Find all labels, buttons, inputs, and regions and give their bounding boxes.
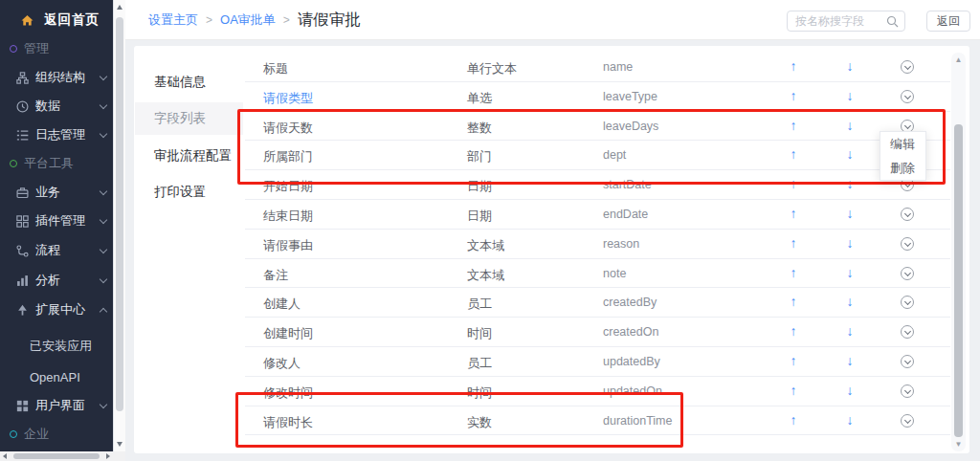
sidebar-item-data[interactable]: 数据 xyxy=(0,97,113,116)
up-arrow-icon[interactable]: ↑ xyxy=(786,323,801,339)
more-circle-icon[interactable] xyxy=(901,90,914,103)
more-circle-icon[interactable] xyxy=(901,208,914,221)
up-arrow-icon[interactable]: ↑ xyxy=(786,383,801,398)
up-arrow-icon[interactable]: ↑ xyxy=(786,265,801,280)
field-type: 整数 xyxy=(467,120,492,137)
up-arrow-icon[interactable]: ↑ xyxy=(786,353,801,368)
down-arrow-icon[interactable]: ↓ xyxy=(842,235,858,251)
field-key: reason xyxy=(603,237,639,251)
sidebar-item-extension-center[interactable]: 扩展中心 xyxy=(0,300,113,319)
table-row-createdBy: 创建人员工createdBy↑↓ xyxy=(245,288,950,318)
more-circle-icon[interactable] xyxy=(901,355,914,368)
sidebar-item-analysis[interactable]: 分析 xyxy=(0,271,113,290)
sidebar-vertical-scrollbar[interactable] xyxy=(113,0,125,451)
breadcrumb: 设置主页>OA审批单>请假审批 xyxy=(148,10,361,31)
sidebar-item-log-management[interactable]: 日志管理 xyxy=(0,125,113,144)
table-row-durationTime: 请假时长实数durationTime↑↓ xyxy=(245,406,950,436)
up-arrow-icon[interactable]: ↑ xyxy=(786,118,801,133)
sidebar-item-user-interface[interactable]: 用户界面 xyxy=(0,396,113,415)
sidebar-item-workflow[interactable]: 流程 xyxy=(0,241,113,260)
more-circle-icon[interactable] xyxy=(901,267,914,280)
field-type: 时间 xyxy=(467,384,492,402)
down-arrow-icon[interactable]: ↓ xyxy=(842,323,858,339)
content-vertical-scrollbar[interactable]: ▲ ▼ xyxy=(951,53,966,451)
breadcrumb-link[interactable]: 设置主页 xyxy=(148,11,198,29)
sidebar-group-enterprise[interactable]: 企业 xyxy=(0,425,113,444)
scroll-left-arrow-icon[interactable] xyxy=(3,453,7,459)
up-arrow-icon[interactable]: ↑ xyxy=(786,58,801,74)
table-row-dept: 所属部门部门dept↑↓ xyxy=(245,141,950,170)
sidebar-item-org-structure[interactable]: 组织结构 xyxy=(0,68,113,87)
up-arrow-icon[interactable]: ↑ xyxy=(786,235,801,251)
field-type: 日期 xyxy=(467,178,492,195)
table-row-endDate: 结束日期日期endDate↑↓ xyxy=(245,200,950,230)
field-search-box xyxy=(787,11,905,32)
more-circle-icon[interactable] xyxy=(901,384,914,398)
field-name: 创建人 xyxy=(263,296,301,313)
up-arrow-icon[interactable]: ↑ xyxy=(786,88,801,103)
up-arrow-icon[interactable]: ↑ xyxy=(786,206,801,221)
more-circle-icon[interactable] xyxy=(901,296,914,309)
search-input[interactable] xyxy=(795,14,889,28)
sidebar-item-label: 扩展中心 xyxy=(35,301,85,318)
field-name: 备注 xyxy=(263,267,288,284)
scroll-up-arrow-icon[interactable] xyxy=(117,5,122,10)
chevron-down-icon xyxy=(100,216,107,224)
tab-basic-info[interactable]: 基础信息 xyxy=(135,66,243,99)
down-arrow-icon[interactable]: ↓ xyxy=(842,383,858,398)
field-key: startDate xyxy=(603,178,652,191)
delete-menu-item[interactable]: 删除 xyxy=(880,156,925,180)
more-circle-icon[interactable] xyxy=(901,414,914,428)
sidebar-hscrollbar-thumb[interactable] xyxy=(13,453,100,459)
sidebar-group-platform-tools[interactable]: 平台工具 xyxy=(0,154,113,173)
down-arrow-icon[interactable]: ↓ xyxy=(842,353,858,368)
more-circle-icon[interactable] xyxy=(901,325,914,339)
table-row-updatedOn: 修改时间时间updatedOn↑↓ xyxy=(245,377,950,406)
sidebar-scrollbar-thumb[interactable] xyxy=(116,17,123,411)
down-arrow-icon[interactable]: ↓ xyxy=(842,294,858,309)
sidebar-item-business[interactable]: 业务 xyxy=(0,183,113,202)
field-name: 修改时间 xyxy=(263,384,313,402)
chevron-down-icon xyxy=(100,73,107,80)
up-arrow-icon[interactable]: ↑ xyxy=(786,412,801,428)
more-circle-icon[interactable] xyxy=(901,60,914,74)
field-key: endDate xyxy=(603,208,648,221)
tab-print-settings[interactable]: 打印设置 xyxy=(135,176,243,209)
down-arrow-icon[interactable]: ↓ xyxy=(842,412,858,428)
sidebar-item-installed-apps[interactable]: 已安装应用 xyxy=(0,337,113,356)
scroll-down-arrow-icon[interactable] xyxy=(117,442,122,447)
edit-menu-item[interactable]: 编辑 xyxy=(880,132,925,156)
scroll-down-arrow-icon[interactable]: ▼ xyxy=(951,440,966,449)
down-arrow-icon[interactable]: ↓ xyxy=(842,88,858,103)
breadcrumb-link[interactable]: OA审批单 xyxy=(220,11,276,29)
search-icon[interactable] xyxy=(886,14,899,27)
back-button[interactable]: 返回 xyxy=(926,11,970,32)
content-scrollbar-thumb[interactable] xyxy=(954,124,963,437)
field-type: 日期 xyxy=(467,208,492,225)
sidebar-item-open-api[interactable]: OpenAPI xyxy=(0,367,113,386)
down-arrow-icon[interactable]: ↓ xyxy=(842,176,858,191)
more-circle-icon[interactable] xyxy=(901,237,914,251)
up-arrow-icon[interactable]: ↑ xyxy=(786,176,801,191)
field-key: dept xyxy=(603,148,626,162)
tab-approval-flow-config[interactable]: 审批流程配置 xyxy=(135,140,243,172)
sidebar-item-label: 日志管理 xyxy=(35,126,85,143)
down-arrow-icon[interactable]: ↓ xyxy=(842,58,858,74)
up-arrow-icon[interactable]: ↑ xyxy=(786,146,801,162)
scroll-right-arrow-icon[interactable] xyxy=(106,453,110,459)
sidebar-item-label: 流程 xyxy=(35,242,60,259)
field-name[interactable]: 请假类型 xyxy=(263,90,313,107)
table-row-leaveType: 请假类型单选leaveType↑↓ xyxy=(245,82,950,112)
sidebar-group-admin[interactable]: 管理 xyxy=(0,39,113,58)
down-arrow-icon[interactable]: ↓ xyxy=(842,118,858,133)
sidebar-item-label: OpenAPI xyxy=(30,370,80,384)
up-arrow-icon[interactable]: ↑ xyxy=(786,294,801,309)
down-arrow-icon[interactable]: ↓ xyxy=(842,206,858,221)
tab-field-list[interactable]: 字段列表 xyxy=(135,102,243,135)
down-arrow-icon[interactable]: ↓ xyxy=(842,146,858,162)
sidebar-horizontal-scrollbar[interactable] xyxy=(0,451,113,461)
down-arrow-icon[interactable]: ↓ xyxy=(842,265,858,280)
sidebar-home-button[interactable]: 返回首页 xyxy=(0,11,113,30)
scroll-up-arrow-icon[interactable]: ▲ xyxy=(951,55,966,64)
sidebar-item-plugin-management[interactable]: 插件管理 xyxy=(0,211,113,230)
